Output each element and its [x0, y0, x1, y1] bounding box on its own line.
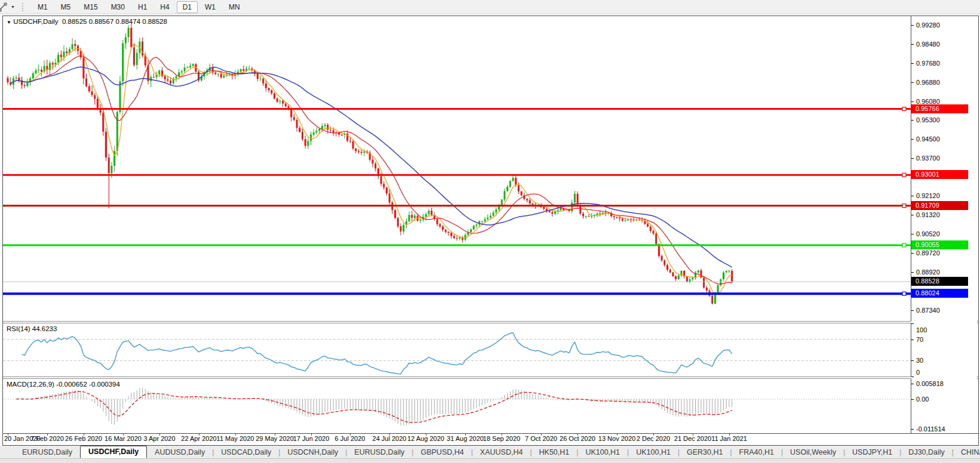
timeframe-button-m30[interactable]: M30 — [105, 1, 131, 13]
symbol-label: USDCHF,Daily — [13, 18, 58, 25]
macd-indicator-label: MACD(12,26,9) -0.000652 -0.000394 — [7, 381, 120, 388]
price-chart-canvas[interactable]: ▼ USDCHF,Daily 0.88525 0.88567 0.88474 0… — [3, 16, 911, 321]
collapse-caret-icon[interactable]: ▼ — [7, 20, 11, 25]
date-label: 18 Sep 2020 — [483, 435, 520, 442]
price-tick-label: 0.95300 — [916, 116, 940, 124]
cursor-tool-icon[interactable] — [0, 2, 8, 12]
macd-signal-value: -0.000394 — [89, 381, 120, 388]
rsi-plot[interactable] — [3, 323, 911, 376]
chart-tab-uk100-h1[interactable]: UK100,H1 — [579, 447, 626, 458]
date-axis[interactable]: 20 Jan 20207 Feb 202026 Feb 202016 Mar 2… — [3, 433, 978, 445]
rsi-tick-mark — [911, 339, 914, 340]
price-level-label-095766: 0.95766 — [911, 104, 968, 113]
date-label: 31 Aug 2020 — [447, 435, 484, 442]
date-label: 21 Dec 2020 — [674, 435, 711, 442]
price-tick-mark — [911, 120, 914, 121]
rsi-label: RSI(14) — [7, 325, 30, 332]
chart-tab-usdcnh-daily[interactable]: USDCNH,Daily — [281, 447, 345, 458]
price-tick-label: 0.91320 — [916, 211, 940, 219]
rsi-panel[interactable]: RSI(14) 44.6233 — [3, 323, 911, 376]
price-tick-label: 0.87340 — [916, 306, 940, 314]
rsi-value: 44.6233 — [32, 325, 57, 332]
chart-tab-usdjpy-h1[interactable]: USDJPY,H1 — [846, 447, 899, 458]
price-tick-mark — [911, 139, 914, 140]
chart-window: ▼ USDCHF,Daily 0.88525 0.88567 0.88474 0… — [2, 16, 979, 446]
timeframe-button-h1[interactable]: H1 — [132, 1, 153, 13]
macd-axis-label: -0.011514 — [916, 425, 945, 433]
price-level-label-091709: 0.91709 — [911, 201, 968, 210]
chart-tab-usdcad-daily[interactable]: USDCAD,Daily — [214, 447, 278, 458]
price-tick-mark — [911, 215, 914, 215]
date-label: 12 Aug 2020 — [407, 435, 444, 442]
macd-main-value: -0.000652 — [56, 381, 87, 388]
price-tick-label: 0.93700 — [916, 154, 940, 162]
price-tick-label: 0.99280 — [916, 21, 940, 29]
rsi-axis-label: 70 — [916, 335, 923, 344]
date-label: 22 Apr 2020 — [181, 435, 216, 442]
timeframe-group: M1M5M15M30H1H4D1W1MN — [32, 1, 246, 13]
chart-tab-eurusd-daily[interactable]: EURUSD,Daily — [16, 447, 79, 458]
rsi-axis-label: 0 — [916, 368, 920, 376]
mt4-application: ▼ M1M5M15M30H1H4D1W1MN ▼ USDCHF,Daily 0.… — [0, 0, 980, 463]
rsi-tick-mark — [911, 323, 914, 324]
date-label: 26 Feb 2020 — [65, 435, 102, 442]
chart-tab-ger30-h1[interactable]: GER30,H1 — [680, 447, 729, 458]
price-tick-label: 0.98480 — [916, 40, 940, 48]
timeframe-button-h4[interactable]: H4 — [154, 1, 175, 13]
macd-tick-mark — [911, 429, 914, 430]
chart-tab-fra40-h1[interactable]: FRA40,H1 — [733, 447, 781, 458]
date-label: 11 Jan 2021 — [711, 435, 747, 442]
price-tick-mark — [911, 253, 914, 254]
price-tick-label: 0.94500 — [916, 135, 940, 143]
timeframe-button-m15[interactable]: M15 — [78, 1, 103, 13]
date-label: 29 May 2020 — [256, 435, 294, 442]
chart-tab-uk100-h1[interactable]: UK100,H1 — [629, 447, 677, 458]
price-tick-mark — [911, 25, 914, 26]
price-tick-mark — [911, 196, 914, 196]
chart-tab-usoil-weekly[interactable]: USOil,Weekly — [784, 447, 843, 458]
timeframe-button-m1[interactable]: M1 — [32, 1, 54, 13]
candlestick-plot[interactable] — [3, 16, 911, 321]
chart-tab-china300-h1[interactable]: CHINA300,H1 — [954, 447, 980, 458]
timeframe-button-d1[interactable]: D1 — [177, 1, 198, 13]
price-tick-label: 0.90520 — [916, 230, 940, 238]
dropdown-caret-icon[interactable]: ▼ — [11, 5, 15, 9]
price-tick-mark — [911, 101, 914, 102]
date-label: 16 Mar 2020 — [105, 435, 142, 442]
chart-tab-gbpusd-h4[interactable]: GBPUSD,H4 — [414, 447, 470, 458]
price-tick-label: 0.89720 — [916, 249, 940, 257]
macd-tick-mark — [911, 384, 914, 384]
timeframe-button-m5[interactable]: M5 — [55, 1, 77, 13]
price-level-label-090055: 0.90055 — [911, 240, 968, 249]
macd-axis-label: 0.00 — [916, 395, 929, 403]
date-label: 17 Jun 2020 — [293, 435, 330, 442]
chart-tab-eurusd-daily[interactable]: EURUSD,Daily — [348, 447, 411, 458]
date-label: 6 Jul 2020 — [335, 435, 365, 442]
rsi-indicator-label: RSI(14) 44.6233 — [7, 325, 57, 332]
macd-plot[interactable] — [3, 379, 911, 433]
chart-tab-usdchf-daily[interactable]: USDCHF,Daily — [80, 446, 147, 458]
toolbar-drag-handle[interactable] — [22, 3, 23, 11]
macd-panel[interactable]: MACD(12,26,9) -0.000652 -0.000394 — [3, 379, 911, 433]
chart-tab-xauusd-h4[interactable]: XAUUSD,H4 — [474, 447, 530, 458]
macd-axis-label: 0.005818 — [916, 379, 944, 388]
date-label: 7 Feb 2020 — [30, 435, 64, 442]
price-tick-label: 0.97680 — [916, 59, 940, 67]
timeframe-button-mn[interactable]: MN — [223, 1, 246, 13]
date-label: 2 Dec 2020 — [637, 435, 670, 442]
chart-tab-audusd-daily[interactable]: AUDUSD,Daily — [148, 447, 211, 458]
chart-symbol-title: ▼ USDCHF,Daily 0.88525 0.88567 0.88474 0… — [7, 18, 167, 25]
price-tick-mark — [911, 234, 914, 234]
timeframe-button-w1[interactable]: W1 — [199, 1, 222, 13]
price-axis[interactable]: 0.992800.984800.976800.968800.960800.953… — [911, 16, 977, 433]
rsi-tick-mark — [911, 360, 914, 361]
rsi-tick-mark — [911, 376, 914, 377]
date-label: 13 Nov 2020 — [598, 435, 635, 442]
price-tick-mark — [911, 44, 914, 45]
chart-tab-hk50-h1[interactable]: HK50,H1 — [533, 447, 576, 458]
date-label: 24 Jul 2020 — [373, 435, 407, 442]
price-tick-mark — [911, 158, 914, 159]
chart-tab-dj30-daily[interactable]: DJ30,Daily — [902, 447, 951, 458]
price-tick-label: 0.88920 — [916, 268, 940, 276]
macd-tick-mark — [911, 399, 914, 400]
